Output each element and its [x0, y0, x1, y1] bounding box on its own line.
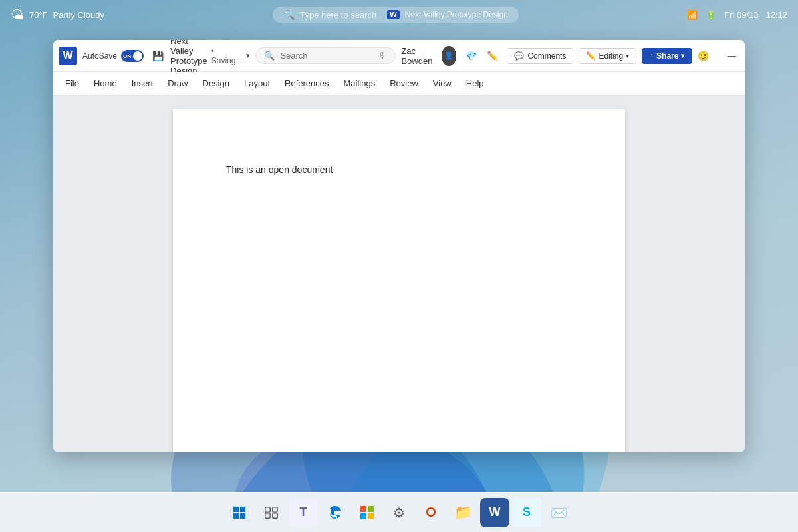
- document-page[interactable]: This is an open document: [173, 109, 625, 452]
- svg-rect-7: [233, 513, 239, 518]
- avatar-initials: 👤: [444, 51, 454, 60]
- search-icon: 🔍: [283, 9, 295, 20]
- share-button[interactable]: ↑ Share ▾: [642, 48, 692, 64]
- comments-button[interactable]: 💬 Comments: [507, 48, 573, 64]
- taskbar-edge[interactable]: [321, 498, 350, 527]
- editing-button[interactable]: ✏️ Editing ▾: [579, 48, 636, 64]
- taskbar-skype[interactable]: S: [512, 498, 541, 527]
- taskbar-word[interactable]: W: [480, 498, 509, 527]
- comments-icon: 💬: [514, 51, 524, 61]
- comments-label: Comments: [527, 51, 566, 61]
- word-search-input[interactable]: [280, 51, 373, 61]
- topbar: 🌤 70°F Partly Cloudy 🔍 Type here to sear…: [0, 0, 798, 29]
- share-dropdown-icon: ▾: [681, 52, 684, 59]
- share-label: Share: [656, 51, 678, 61]
- taskbar-teams[interactable]: T: [289, 498, 318, 527]
- search-icon: 🔍: [264, 51, 275, 61]
- svg-rect-13: [360, 506, 366, 512]
- svg-rect-9: [265, 507, 270, 511]
- title-dropdown-btn[interactable]: ▾: [246, 51, 250, 60]
- share-icon: ↑: [650, 51, 654, 61]
- editing-label: Editing: [598, 51, 623, 61]
- save-icon[interactable]: 💾: [150, 49, 165, 63]
- autosave-section: AutoSave: [82, 50, 144, 62]
- taskbar-task-view[interactable]: [257, 498, 286, 527]
- taskbar: T ⚙ O 📁 W S ✉️: [0, 492, 798, 532]
- battery-icon: 🔋: [706, 10, 716, 20]
- editing-dropdown-icon: ▾: [626, 52, 629, 59]
- taskbar-doc-label: Next Valley Prototype Design: [405, 10, 508, 19]
- date: Fri 09/13: [724, 10, 758, 20]
- autosave-label: AutoSave: [82, 51, 117, 61]
- topbar-search[interactable]: 🔍 Type here to search W Next Valley Prot…: [273, 7, 518, 23]
- taskbar-settings[interactable]: ⚙: [384, 498, 414, 527]
- search-placeholder: Type here to search: [300, 10, 376, 20]
- temperature: 70°F: [29, 10, 48, 20]
- weather-icon: 🌤: [11, 7, 24, 23]
- feedback-icon[interactable]: 🙂: [698, 47, 709, 65]
- menu-draw[interactable]: Draw: [161, 76, 194, 91]
- menu-design[interactable]: Design: [196, 76, 236, 91]
- svg-rect-16: [368, 513, 374, 519]
- svg-rect-11: [265, 513, 270, 517]
- document-content[interactable]: This is an open document: [226, 162, 572, 177]
- menu-mailings[interactable]: Mailings: [337, 76, 382, 91]
- pen-icon[interactable]: ✏️: [483, 47, 501, 65]
- document-area[interactable]: This is an open document: [53, 96, 745, 452]
- edit-icon: ✏️: [586, 51, 596, 61]
- svg-rect-10: [273, 507, 277, 511]
- taskbar-mail[interactable]: ✉️: [544, 498, 573, 527]
- doc-title-section: Next Valley Prototype Design • Saving...…: [170, 40, 250, 76]
- word-logo: W: [59, 47, 77, 65]
- svg-rect-15: [360, 513, 366, 519]
- quick-access-toolbar: 💾: [150, 49, 165, 63]
- menu-references[interactable]: References: [278, 76, 335, 91]
- taskbar-store[interactable]: [352, 498, 382, 527]
- weather-description: Partly Cloudy: [53, 10, 104, 20]
- svg-rect-6: [240, 506, 245, 511]
- word-search-box[interactable]: 🔍 🎙: [255, 47, 396, 64]
- doc-title: Next Valley Prototype Design: [170, 40, 207, 76]
- minimize-button[interactable]: —: [720, 47, 743, 65]
- saving-status: • Saving...: [211, 47, 243, 65]
- ribbon-icons: 💎 ✏️: [462, 47, 501, 65]
- menu-layout[interactable]: Layout: [237, 76, 277, 91]
- menu-review[interactable]: Review: [383, 76, 425, 91]
- menu-bar: File Home Insert Draw Design Layout Refe…: [53, 72, 745, 96]
- time: 12:12: [765, 10, 787, 20]
- toggle-knob: [133, 51, 142, 61]
- taskbar-icons: T ⚙ O 📁 W S ✉️: [225, 498, 573, 527]
- diamond-icon[interactable]: 💎: [462, 47, 480, 65]
- document-text: This is an open document: [226, 164, 332, 175]
- svg-rect-14: [368, 506, 374, 512]
- mic-icon[interactable]: 🎙: [378, 51, 387, 61]
- menu-home[interactable]: Home: [87, 76, 124, 91]
- user-name: Zac Bowden: [401, 46, 437, 66]
- system-tray: 📶 🔋 Fri 09/13 12:12: [687, 10, 787, 20]
- weather-section: 🌤 70°F Partly Cloudy: [11, 7, 104, 23]
- windows-search-bar[interactable]: 🔍 Type here to search W Next Valley Prot…: [273, 7, 518, 23]
- taskbar-office[interactable]: O: [416, 498, 446, 527]
- text-cursor: [332, 165, 333, 176]
- word-window: W AutoSave 💾 Next Valley Prototype Desig…: [53, 40, 745, 452]
- date-time: Fri 09/13 12:12: [724, 10, 787, 20]
- menu-file[interactable]: File: [59, 76, 86, 91]
- wifi-icon: 📶: [687, 10, 698, 20]
- title-bar: W AutoSave 💾 Next Valley Prototype Desig…: [53, 40, 745, 72]
- menu-help[interactable]: Help: [460, 76, 491, 91]
- word-badge: W: [387, 10, 399, 19]
- autosave-toggle[interactable]: [121, 50, 144, 62]
- menu-insert[interactable]: Insert: [125, 76, 160, 91]
- svg-rect-8: [240, 513, 245, 518]
- svg-rect-5: [233, 506, 239, 511]
- svg-rect-12: [273, 513, 277, 517]
- user-section: Zac Bowden 👤: [401, 46, 456, 66]
- window-controls: — □ ✕: [720, 47, 745, 65]
- taskbar-file-explorer[interactable]: 📁: [448, 498, 477, 527]
- taskbar-start-button[interactable]: [225, 498, 254, 527]
- menu-view[interactable]: View: [426, 76, 458, 91]
- user-avatar: 👤: [442, 46, 457, 66]
